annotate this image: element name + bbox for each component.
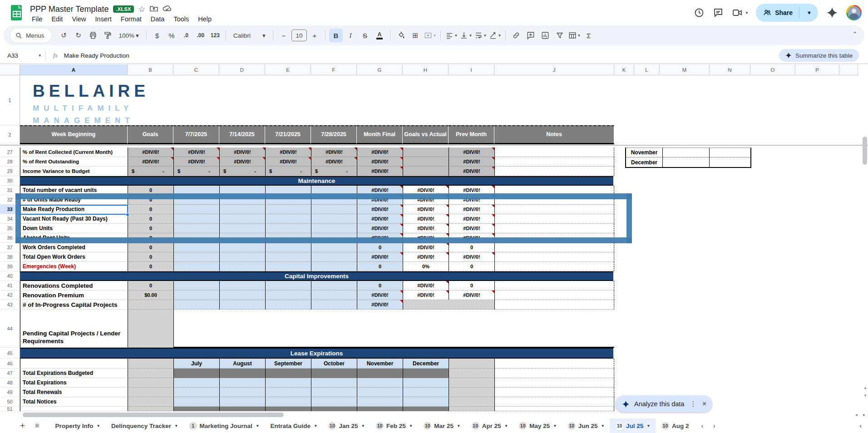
menu-data[interactable]: Data <box>147 15 168 24</box>
column-header-N[interactable]: N <box>710 64 750 75</box>
cell[interactable] <box>494 300 614 310</box>
cell[interactable]: #DIV/0! <box>357 252 403 262</box>
decrease-decimal-button[interactable]: .0 <box>179 29 193 42</box>
cell[interactable] <box>128 378 173 388</box>
row-header[interactable]: 30 <box>0 176 20 186</box>
cell[interactable] <box>494 157 614 167</box>
cell[interactable] <box>173 262 219 271</box>
cell[interactable]: $- <box>173 167 219 176</box>
cell[interactable] <box>219 214 265 224</box>
cell[interactable]: 0 <box>128 224 173 233</box>
format-currency-button[interactable]: $ <box>150 29 164 42</box>
summarize-table-button[interactable]: Summarize this table <box>779 49 859 62</box>
cell[interactable] <box>311 378 357 388</box>
tab-caret[interactable]: ▾ <box>458 423 460 428</box>
increase-decimal-button[interactable]: .00 <box>194 29 207 42</box>
undo-button[interactable]: ↺ <box>57 29 71 42</box>
cell[interactable]: 0 <box>449 243 494 252</box>
cell[interactable] <box>219 252 265 262</box>
cell[interactable]: #DIV/0! <box>449 214 494 224</box>
text-color-button[interactable]: A <box>373 29 386 42</box>
cell[interactable]: #DIV/0! <box>357 224 403 233</box>
sheet-tab-jun-25[interactable]: 10Jun 25▾ <box>562 418 610 433</box>
cell[interactable]: 0 <box>128 252 173 262</box>
section-banner[interactable]: Capital Improvements <box>20 271 613 281</box>
cell[interactable]: 0 <box>128 214 173 224</box>
cell[interactable] <box>311 262 357 271</box>
cell[interactable]: #DIV/0! <box>357 214 403 224</box>
video-call-caret[interactable]: ▾ <box>746 10 748 15</box>
sheet-tab-feb-25[interactable]: 10Feb 25▾ <box>370 418 418 433</box>
cell[interactable]: #DIV/0! <box>128 148 173 157</box>
cell[interactable] <box>494 378 614 388</box>
version-history-icon[interactable] <box>694 7 705 18</box>
cell[interactable]: #DIV/0! <box>265 148 311 157</box>
cell[interactable]: #DIV/0! <box>449 205 494 214</box>
cell[interactable] <box>494 252 614 262</box>
cell[interactable]: #DIV/0! <box>403 214 449 224</box>
cell[interactable] <box>403 167 449 176</box>
menu-edit[interactable]: Edit <box>48 15 66 24</box>
sheet-tab-may-25[interactable]: 10May 25▾ <box>513 418 562 433</box>
cell[interactable] <box>663 157 710 167</box>
cell[interactable] <box>219 281 265 290</box>
cell[interactable] <box>494 243 614 252</box>
row-label-cell[interactable]: Emergencies (Week) <box>20 262 128 271</box>
cell[interactable] <box>265 281 311 290</box>
cell[interactable] <box>311 369 357 378</box>
cell[interactable]: $- <box>265 167 311 176</box>
cell[interactable] <box>357 397 403 407</box>
tab-caret[interactable]: ▾ <box>315 423 317 428</box>
table-header-cell[interactable]: Goals vs Actual <box>403 125 449 144</box>
move-folder-icon[interactable] <box>150 5 158 14</box>
scroll-left-icon[interactable]: ◂ <box>855 412 858 417</box>
row-label-cell[interactable] <box>20 359 128 369</box>
row-label-cell[interactable]: Renovation Premium <box>20 290 128 300</box>
cell[interactable] <box>173 300 219 310</box>
cell[interactable]: 0 <box>357 262 403 271</box>
cell[interactable]: #DIV/0! <box>357 205 403 214</box>
bold-button[interactable]: B <box>329 29 343 42</box>
cell[interactable] <box>173 290 219 300</box>
cell[interactable] <box>219 262 265 271</box>
cell[interactable]: #DIV/0! <box>265 157 311 167</box>
cell[interactable] <box>128 397 173 407</box>
tab-caret[interactable]: ▾ <box>602 423 604 428</box>
cell[interactable] <box>494 205 614 214</box>
tab-caret[interactable]: ▾ <box>647 423 650 428</box>
cell[interactable] <box>403 369 449 378</box>
column-header-G[interactable]: G <box>357 64 403 75</box>
row-label-cell[interactable]: Total Renewals <box>20 388 128 397</box>
cell[interactable] <box>357 378 403 388</box>
row-header[interactable]: 50 <box>0 397 20 407</box>
insert-link-button[interactable] <box>509 29 523 42</box>
column-header-L[interactable]: L <box>634 64 660 75</box>
cell[interactable]: 0 <box>128 205 173 214</box>
cell[interactable] <box>311 397 357 407</box>
cell[interactable] <box>494 369 614 378</box>
row-label-cell[interactable]: % of Rent Outstanding <box>20 157 128 167</box>
column-header-B[interactable]: B <box>128 64 173 75</box>
gemini-icon[interactable] <box>826 7 838 19</box>
cell[interactable] <box>128 300 173 310</box>
sheet-tab-jan-25[interactable]: 10Jan 25▾ <box>322 418 370 433</box>
row-label-cell[interactable]: Down Units <box>20 224 128 233</box>
cell[interactable]: #DIV/0! <box>403 224 449 233</box>
cell[interactable] <box>173 205 219 214</box>
row-label-cell[interactable]: Work Orders Completed <box>20 243 128 252</box>
more-formats-button[interactable]: 123 <box>208 29 222 42</box>
create-filter-button[interactable] <box>553 29 567 42</box>
tab-caret[interactable]: ▾ <box>505 423 508 428</box>
cell[interactable] <box>219 397 265 407</box>
cell[interactable] <box>449 369 494 378</box>
table-header-cell[interactable]: Notes <box>494 125 614 144</box>
cell[interactable] <box>219 388 265 397</box>
column-header-I[interactable]: I <box>449 64 494 75</box>
row-label-cell[interactable]: Income Variance to Budget <box>20 167 128 176</box>
cell[interactable]: #DIV/0! <box>357 290 403 300</box>
cell[interactable]: September <box>265 359 311 369</box>
cell[interactable] <box>311 281 357 290</box>
cloud-status-icon[interactable] <box>163 5 172 14</box>
cell[interactable]: November <box>357 359 403 369</box>
insert-chart-button[interactable] <box>538 29 552 42</box>
